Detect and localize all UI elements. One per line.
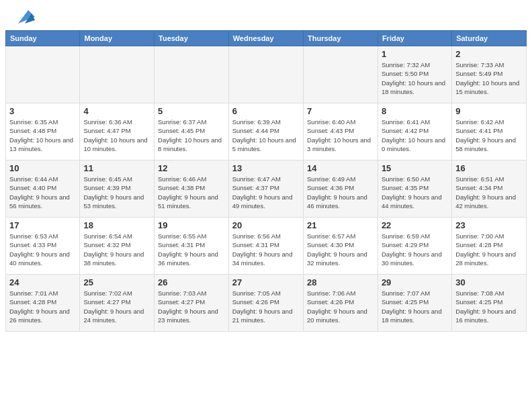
day-info-line: Sunrise: 6:57 AM <box>307 232 355 240</box>
day-info-line: Sunset: 4:48 PM <box>9 127 56 134</box>
day-info-line: Daylight: 10 hours and 0 minutes. <box>382 136 445 152</box>
calendar-cell: 22Sunrise: 6:59 AMSunset: 4:29 PMDayligh… <box>378 218 451 275</box>
day-info-line: Sunrise: 7:03 AM <box>158 289 206 297</box>
day-info-line: Daylight: 9 hours and 40 minutes. <box>9 250 70 267</box>
day-number: 10 <box>9 163 76 173</box>
day-number: 2 <box>455 49 523 59</box>
day-info: Sunrise: 6:37 AMSunset: 4:45 PMDaylight:… <box>158 118 225 153</box>
day-number: 18 <box>83 220 150 230</box>
day-info-line: Sunrise: 6:56 AM <box>232 232 281 240</box>
day-info-line: Sunset: 4:37 PM <box>232 184 279 191</box>
day-info-line: Sunset: 4:36 PM <box>307 184 354 191</box>
day-info: Sunrise: 6:46 AMSunset: 4:38 PMDaylight:… <box>158 175 225 210</box>
day-number: 26 <box>158 277 225 287</box>
day-number: 3 <box>9 106 76 116</box>
day-info: Sunrise: 6:40 AMSunset: 4:43 PMDaylight:… <box>307 118 374 153</box>
day-info-line: Sunrise: 7:07 AM <box>382 289 430 297</box>
calendar-cell <box>154 46 229 103</box>
day-info-line: Sunset: 4:28 PM <box>9 298 56 306</box>
day-info-line: Sunrise: 7:00 AM <box>455 232 504 240</box>
calendar-cell <box>6 46 80 103</box>
day-number: 28 <box>307 277 374 287</box>
day-number: 16 <box>455 163 523 173</box>
calendar-cell: 23Sunrise: 7:00 AMSunset: 4:28 PMDayligh… <box>452 218 527 275</box>
day-info-line: Daylight: 9 hours and 36 minutes. <box>158 250 218 267</box>
day-info: Sunrise: 7:07 AMSunset: 4:25 PMDaylight:… <box>382 289 448 324</box>
day-info-line: Daylight: 9 hours and 24 minutes. <box>83 308 144 324</box>
page-header <box>0 0 532 30</box>
day-number: 4 <box>83 106 150 116</box>
day-info-line: Sunrise: 7:02 AM <box>83 289 132 297</box>
day-number: 22 <box>382 220 448 230</box>
day-info-line: Sunset: 4:25 PM <box>455 298 502 306</box>
day-number: 8 <box>382 106 448 116</box>
calendar-cell: 19Sunrise: 6:55 AMSunset: 4:31 PMDayligh… <box>154 218 229 275</box>
day-info-line: Daylight: 9 hours and 34 minutes. <box>232 250 293 267</box>
calendar-cell: 11Sunrise: 6:45 AMSunset: 4:39 PMDayligh… <box>80 161 154 218</box>
calendar-header-saturday: Saturday <box>452 31 527 46</box>
day-info: Sunrise: 7:32 AMSunset: 5:50 PMDaylight:… <box>382 60 448 96</box>
day-info-line: Sunset: 4:32 PM <box>83 241 130 248</box>
calendar-cell: 7Sunrise: 6:40 AMSunset: 4:43 PMDaylight… <box>304 103 378 161</box>
day-info: Sunrise: 6:53 AMSunset: 4:33 PMDaylight:… <box>9 232 76 267</box>
day-info-line: Sunset: 4:33 PM <box>9 241 56 248</box>
day-info-line: Daylight: 9 hours and 38 minutes. <box>83 250 144 267</box>
calendar-table: SundayMondayTuesdayWednesdayThursdayFrid… <box>5 30 527 332</box>
day-info-line: Sunset: 4:28 PM <box>455 241 502 248</box>
day-info-line: Daylight: 9 hours and 21 minutes. <box>232 308 293 324</box>
day-info-line: Daylight: 9 hours and 51 minutes. <box>158 193 218 210</box>
day-info-line: Daylight: 9 hours and 23 minutes. <box>158 308 218 324</box>
calendar-week-row: 10Sunrise: 6:44 AMSunset: 4:40 PMDayligh… <box>6 161 527 218</box>
day-info-line: Daylight: 10 hours and 10 minutes. <box>83 136 147 152</box>
calendar-cell: 12Sunrise: 6:46 AMSunset: 4:38 PMDayligh… <box>154 161 229 218</box>
day-info-line: Sunrise: 6:41 AM <box>382 118 430 126</box>
calendar-cell: 21Sunrise: 6:57 AMSunset: 4:30 PMDayligh… <box>304 218 378 275</box>
calendar-week-row: 1Sunrise: 7:32 AMSunset: 5:50 PMDaylight… <box>6 46 527 103</box>
logo <box>13 7 35 27</box>
day-info-line: Daylight: 9 hours and 56 minutes. <box>9 193 70 210</box>
day-number: 24 <box>9 277 76 287</box>
day-info-line: Daylight: 9 hours and 49 minutes. <box>232 193 293 210</box>
day-info: Sunrise: 6:39 AMSunset: 4:44 PMDaylight:… <box>232 118 300 153</box>
day-info-line: Sunset: 4:34 PM <box>455 184 502 191</box>
day-info: Sunrise: 6:42 AMSunset: 4:41 PMDaylight:… <box>455 118 523 153</box>
day-info: Sunrise: 6:49 AMSunset: 4:36 PMDaylight:… <box>307 175 374 210</box>
calendar-week-row: 17Sunrise: 6:53 AMSunset: 4:33 PMDayligh… <box>6 218 527 275</box>
calendar-cell: 14Sunrise: 6:49 AMSunset: 4:36 PMDayligh… <box>304 161 378 218</box>
day-info-line: Sunrise: 7:08 AM <box>455 289 504 297</box>
calendar-cell: 16Sunrise: 6:51 AMSunset: 4:34 PMDayligh… <box>452 161 527 218</box>
calendar-header-sunday: Sunday <box>6 31 80 46</box>
day-info-line: Sunset: 4:31 PM <box>158 241 205 248</box>
calendar-header-tuesday: Tuesday <box>154 31 229 46</box>
day-info: Sunrise: 6:56 AMSunset: 4:31 PMDaylight:… <box>232 232 300 267</box>
day-info-line: Sunset: 5:49 PM <box>455 70 502 77</box>
day-info: Sunrise: 7:06 AMSunset: 4:26 PMDaylight:… <box>307 289 374 324</box>
day-info-line: Daylight: 9 hours and 58 minutes. <box>455 136 516 152</box>
calendar-cell: 24Sunrise: 7:01 AMSunset: 4:28 PMDayligh… <box>6 275 80 332</box>
day-info-line: Sunrise: 6:42 AM <box>455 118 504 126</box>
calendar-cell: 17Sunrise: 6:53 AMSunset: 4:33 PMDayligh… <box>6 218 80 275</box>
calendar-week-row: 24Sunrise: 7:01 AMSunset: 4:28 PMDayligh… <box>6 275 527 332</box>
day-info-line: Sunset: 4:44 PM <box>232 127 279 134</box>
day-info-line: Daylight: 10 hours and 5 minutes. <box>232 136 296 152</box>
calendar-cell: 29Sunrise: 7:07 AMSunset: 4:25 PMDayligh… <box>378 275 451 332</box>
day-info-line: Sunset: 4:27 PM <box>83 298 130 306</box>
day-info-line: Sunrise: 6:46 AM <box>158 175 206 183</box>
calendar-cell: 27Sunrise: 7:05 AMSunset: 4:26 PMDayligh… <box>228 275 303 332</box>
day-number: 25 <box>83 277 150 287</box>
day-info: Sunrise: 7:02 AMSunset: 4:27 PMDaylight:… <box>83 289 150 324</box>
day-info-line: Sunset: 5:50 PM <box>382 70 429 77</box>
calendar-cell: 9Sunrise: 6:42 AMSunset: 4:41 PMDaylight… <box>452 103 527 161</box>
day-info-line: Sunrise: 6:44 AM <box>9 175 58 183</box>
day-info-line: Sunrise: 7:06 AM <box>307 289 355 297</box>
calendar-cell: 25Sunrise: 7:02 AMSunset: 4:27 PMDayligh… <box>80 275 154 332</box>
day-info-line: Sunset: 4:39 PM <box>83 184 130 191</box>
day-number: 14 <box>307 163 374 173</box>
day-info: Sunrise: 6:54 AMSunset: 4:32 PMDaylight:… <box>83 232 150 267</box>
day-info-line: Sunset: 4:26 PM <box>232 298 279 306</box>
day-number: 20 <box>232 220 300 230</box>
day-info: Sunrise: 7:08 AMSunset: 4:25 PMDaylight:… <box>455 289 523 324</box>
calendar-header-wednesday: Wednesday <box>228 31 303 46</box>
calendar-cell: 15Sunrise: 6:50 AMSunset: 4:35 PMDayligh… <box>378 161 451 218</box>
calendar-cell: 10Sunrise: 6:44 AMSunset: 4:40 PMDayligh… <box>6 161 80 218</box>
